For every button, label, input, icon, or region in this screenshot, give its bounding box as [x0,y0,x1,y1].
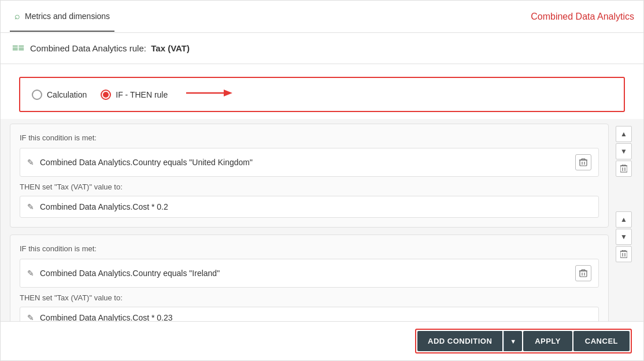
add-condition-group: ADD CONDITION ▼ [417,331,522,351]
edit-icon-1: ✎ [27,158,34,167]
radio-calculation-label: Calculation [47,90,87,99]
radio-outer-calculation[interactable] [32,90,42,100]
edit-icon-2: ✎ [27,269,34,278]
radio-if-then[interactable]: IF - THEN rule [101,90,168,100]
svg-marker-1 [224,90,232,96]
trash-icon-1 [579,158,587,166]
conditions-area: IF this condition is met: ✎ Combined Dat… [1,119,643,321]
move-up-2-button[interactable]: ▲ [616,211,632,228]
if-label-1: IF this condition is met: [20,133,599,142]
svg-rect-9 [580,271,587,277]
delete-block-2-button[interactable] [616,246,632,262]
add-condition-dropdown-button[interactable]: ▼ [504,331,522,351]
delete-condition-1-button[interactable] [575,154,591,170]
svg-rect-16 [620,166,627,172]
nav-group-1: ▲ ▼ [616,126,632,177]
move-down-2-button[interactable]: ▼ [616,229,632,245]
if-condition-text-1: Combined Data Analytics.Country equals "… [40,158,569,167]
then-label-2: THEN set "Tax (VAT)" value to: [20,293,599,302]
search-icon: ⌕ [14,11,20,21]
rule-name: Tax (VAT) [151,43,190,53]
if-condition-text-2: Combined Data Analytics.Country equals "… [40,269,569,278]
edit-icon-then-2: ✎ [27,313,34,321]
then-value-text-2: Combined Data Analytics.Cost * 0.23 [40,313,591,321]
radio-calculation[interactable]: Calculation [32,90,87,100]
delete-block-1-button[interactable] [616,161,632,177]
radio-if-then-label: IF - THEN rule [116,90,168,99]
action-bar: ADD CONDITION ▼ APPLY CANCEL [1,321,643,360]
then-label-1: THEN set "Tax (VAT)" value to: [20,183,599,191]
brand-title: Combined Data Analytics [531,12,634,22]
condition-block-1: IF this condition is met: ✎ Combined Dat… [10,124,609,228]
radio-outer-if-then[interactable] [101,90,111,100]
move-down-1-button[interactable]: ▼ [616,143,632,159]
svg-rect-23 [620,251,627,258]
radio-inner-if-then [103,92,109,98]
top-bar: ⌕ Metrics and dimensions Combined Data A… [1,1,643,33]
conditions-list: IF this condition is met: ✎ Combined Dat… [10,124,609,317]
tab-metrics-dimensions[interactable]: ⌕ Metrics and dimensions [10,2,114,32]
trash-icon-2 [579,269,587,277]
svg-rect-2 [580,160,587,166]
if-condition-row-1: ✎ Combined Data Analytics.Country equals… [20,148,599,177]
trash-block-icon-2 [620,250,627,258]
if-label-2: IF this condition is met: [20,244,599,253]
right-nav: ▲ ▼ ▲ ▼ [613,124,634,317]
then-value-row-2: ✎ Combined Data Analytics.Cost * 0.23 [20,307,599,321]
main-window: ⌕ Metrics and dimensions Combined Data A… [0,0,644,361]
rule-title: Combined Data Analytics rule: Tax (VAT) [30,43,190,53]
delete-condition-2-button[interactable] [575,265,591,281]
tab-label: Metrics and dimensions [25,12,110,21]
chevron-down-icon: ▼ [510,338,516,345]
cancel-button[interactable]: CANCEL [573,331,630,351]
database-icon: ≡≡ [12,42,24,54]
add-condition-button[interactable]: ADD CONDITION [417,331,502,351]
then-value-row-1: ✎ Combined Data Analytics.Cost * 0.2 [20,196,599,218]
if-condition-row-2: ✎ Combined Data Analytics.Country equals… [20,259,599,288]
apply-button[interactable]: APPLY [523,331,572,351]
trash-block-icon-1 [620,165,627,173]
then-value-text-1: Combined Data Analytics.Cost * 0.2 [40,202,591,211]
action-buttons-highlight: ADD CONDITION ▼ APPLY CANCEL [415,329,632,353]
rule-header: ≡≡ Combined Data Analytics rule: Tax (VA… [1,33,643,64]
nav-group-2: ▲ ▼ [616,211,632,262]
condition-block-2: IF this condition is met: ✎ Combined Dat… [10,235,609,321]
arrow-indicator [186,86,232,103]
edit-icon-then-1: ✎ [27,202,34,211]
move-up-1-button[interactable]: ▲ [616,126,632,142]
rule-type-selector: Calculation IF - THEN rule [19,77,625,112]
